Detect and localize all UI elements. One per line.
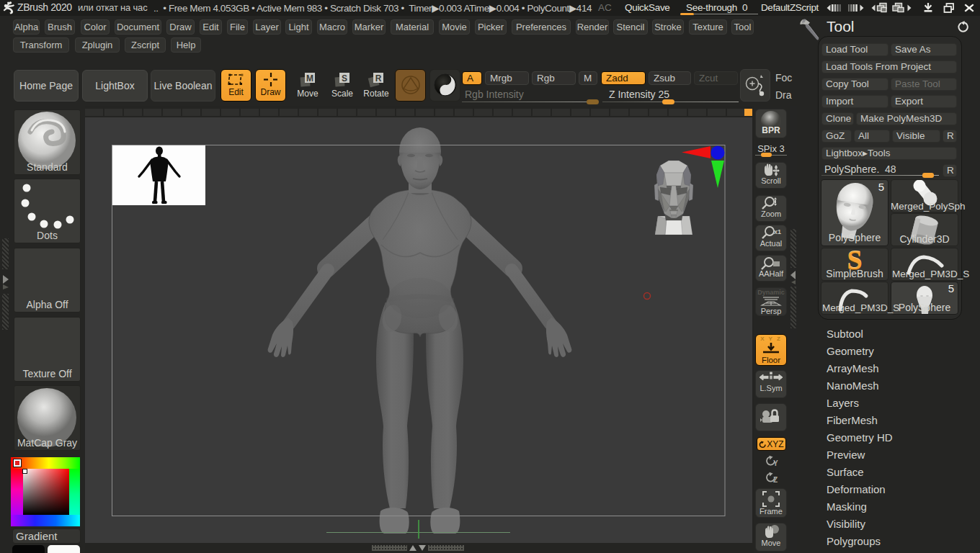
svg-text:BPR: BPR: [762, 125, 780, 135]
svg-text:R: R: [375, 73, 382, 84]
svg-text:S: S: [342, 73, 347, 84]
svg-text:x1: x1: [774, 228, 781, 235]
svg-text:Z: Z: [773, 476, 778, 484]
svg-text:Y: Y: [773, 459, 778, 467]
svg-text:M: M: [306, 73, 313, 84]
